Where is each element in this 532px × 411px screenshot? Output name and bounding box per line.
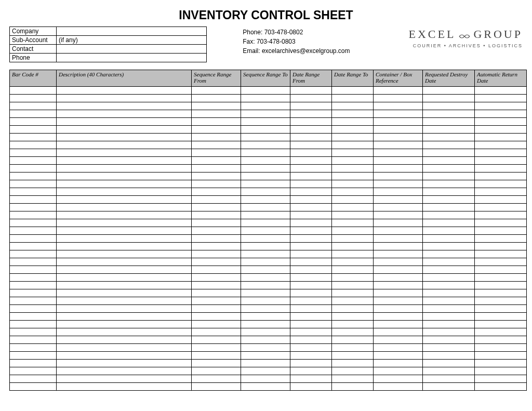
table-cell[interactable]	[10, 360, 57, 367]
table-cell[interactable]	[332, 188, 374, 196]
table-cell[interactable]	[57, 157, 192, 165]
table-cell[interactable]	[374, 211, 423, 219]
table-cell[interactable]	[332, 87, 374, 95]
table-cell[interactable]	[332, 250, 374, 258]
table-cell[interactable]	[423, 297, 475, 305]
table-cell[interactable]	[57, 235, 192, 243]
table-cell[interactable]	[423, 375, 475, 383]
table-cell[interactable]	[290, 328, 332, 336]
table-cell[interactable]	[332, 102, 374, 110]
table-cell[interactable]	[332, 149, 374, 157]
table-cell[interactable]	[57, 344, 192, 352]
table-cell[interactable]	[290, 235, 332, 243]
table-cell[interactable]	[290, 118, 332, 126]
table-cell[interactable]	[423, 235, 475, 243]
table-cell[interactable]	[10, 383, 57, 391]
table-cell[interactable]	[423, 87, 475, 95]
table-cell[interactable]	[374, 243, 423, 250]
table-cell[interactable]	[10, 196, 57, 204]
table-cell[interactable]	[57, 102, 192, 110]
table-cell[interactable]	[57, 141, 192, 149]
table-cell[interactable]	[290, 313, 332, 321]
table-cell[interactable]	[332, 110, 374, 118]
table-cell[interactable]	[423, 266, 475, 274]
table-cell[interactable]	[332, 336, 374, 344]
table-cell[interactable]	[423, 211, 475, 219]
table-cell[interactable]	[374, 258, 423, 266]
table-cell[interactable]	[374, 87, 423, 95]
table-cell[interactable]	[57, 243, 192, 250]
table-cell[interactable]	[192, 204, 241, 211]
table-cell[interactable]	[57, 188, 192, 196]
table-cell[interactable]	[192, 305, 241, 313]
table-cell[interactable]	[192, 126, 241, 134]
table-cell[interactable]	[57, 328, 192, 336]
table-cell[interactable]	[290, 204, 332, 211]
table-cell[interactable]	[374, 227, 423, 235]
table-cell[interactable]	[374, 282, 423, 289]
table-cell[interactable]	[290, 258, 332, 266]
table-cell[interactable]	[332, 118, 374, 126]
table-cell[interactable]	[475, 360, 527, 367]
table-cell[interactable]	[290, 344, 332, 352]
table-cell[interactable]	[241, 102, 290, 110]
table-cell[interactable]	[475, 227, 527, 235]
table-cell[interactable]	[192, 352, 241, 360]
table-cell[interactable]	[290, 266, 332, 274]
company-input[interactable]	[57, 27, 206, 35]
table-cell[interactable]	[241, 243, 290, 250]
table-cell[interactable]	[475, 305, 527, 313]
table-cell[interactable]	[475, 250, 527, 258]
table-cell[interactable]	[192, 297, 241, 305]
table-cell[interactable]	[192, 180, 241, 188]
table-cell[interactable]	[10, 266, 57, 274]
table-cell[interactable]	[241, 289, 290, 297]
table-cell[interactable]	[332, 126, 374, 134]
table-cell[interactable]	[57, 297, 192, 305]
table-cell[interactable]	[374, 157, 423, 165]
table-cell[interactable]	[423, 313, 475, 321]
table-cell[interactable]	[332, 219, 374, 227]
table-cell[interactable]	[290, 289, 332, 297]
table-cell[interactable]	[423, 243, 475, 250]
table-cell[interactable]	[57, 266, 192, 274]
table-cell[interactable]	[374, 188, 423, 196]
table-cell[interactable]	[241, 352, 290, 360]
table-cell[interactable]	[332, 141, 374, 149]
table-cell[interactable]	[374, 250, 423, 258]
table-cell[interactable]	[10, 297, 57, 305]
table-cell[interactable]	[57, 110, 192, 118]
table-cell[interactable]	[192, 219, 241, 227]
table-cell[interactable]	[57, 282, 192, 289]
table-cell[interactable]	[332, 258, 374, 266]
table-cell[interactable]	[241, 141, 290, 149]
table-cell[interactable]	[57, 258, 192, 266]
table-cell[interactable]	[192, 313, 241, 321]
table-cell[interactable]	[332, 204, 374, 211]
table-cell[interactable]	[10, 211, 57, 219]
table-cell[interactable]	[10, 258, 57, 266]
contact-input[interactable]	[57, 45, 206, 53]
table-cell[interactable]	[475, 180, 527, 188]
table-cell[interactable]	[290, 243, 332, 250]
table-cell[interactable]	[332, 266, 374, 274]
table-cell[interactable]	[475, 211, 527, 219]
table-cell[interactable]	[192, 157, 241, 165]
table-cell[interactable]	[423, 336, 475, 344]
table-cell[interactable]	[10, 110, 57, 118]
table-cell[interactable]	[241, 227, 290, 235]
table-cell[interactable]	[57, 250, 192, 258]
table-cell[interactable]	[290, 102, 332, 110]
table-cell[interactable]	[241, 188, 290, 196]
table-cell[interactable]	[192, 321, 241, 328]
table-cell[interactable]	[290, 282, 332, 289]
table-cell[interactable]	[57, 375, 192, 383]
table-cell[interactable]	[241, 367, 290, 375]
table-cell[interactable]	[423, 188, 475, 196]
table-cell[interactable]	[57, 352, 192, 360]
table-cell[interactable]	[290, 196, 332, 204]
table-cell[interactable]	[374, 235, 423, 243]
table-cell[interactable]	[475, 328, 527, 336]
table-cell[interactable]	[332, 367, 374, 375]
table-cell[interactable]	[423, 227, 475, 235]
